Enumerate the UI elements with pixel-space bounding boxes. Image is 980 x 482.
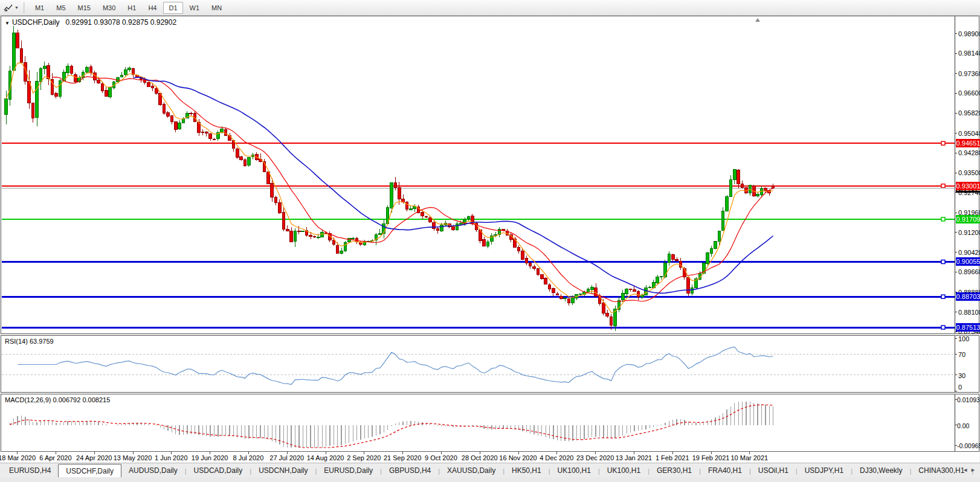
date-label: 9 Oct 2020: [425, 454, 457, 461]
price-axis-tick: 0.95820: [958, 109, 980, 117]
timeframe-button-M5[interactable]: M5: [51, 2, 71, 14]
date-label: 23 Dec 2020: [576, 454, 614, 461]
date-label: 18 Mar 2020: [0, 454, 36, 461]
rsi-axis-tick: 100: [958, 335, 980, 342]
price-chart-plot[interactable]: [1, 16, 979, 333]
date-label: 4 Dec 2020: [540, 454, 573, 461]
chart-tab-USDCHF-Daily[interactable]: USDCHF,Daily: [58, 464, 121, 478]
date-label: 1 Jun 2020: [155, 454, 187, 461]
timeframe-toolbar: ▼ M1M5M15M30H1H4D1W1MN: [0, 0, 980, 16]
date-label: 1 Feb 2021: [656, 454, 689, 461]
price-axis-tick: 0.96600: [958, 89, 980, 97]
chart-tab-EURUSD-H4[interactable]: EURUSD,H4: [2, 464, 58, 477]
date-label: 6 Apr 2020: [39, 454, 71, 461]
main-chart-panel: ▼USDCHF,Daily0.92991 0.93078 0.92875 0.9…: [1, 16, 979, 334]
date-label: 8 Jul 2020: [233, 454, 264, 461]
date-label: 19 Jun 2020: [192, 454, 228, 461]
candlestick-series: [5, 26, 775, 330]
chart-tab-GER30-H1[interactable]: GER30,H1: [650, 464, 699, 477]
tab-scroll-right-icon[interactable]: ►: [970, 467, 978, 473]
chart-symbol-label: USDCHF,Daily: [12, 18, 60, 27]
tab-scroll-arrows: ◄►: [962, 467, 978, 473]
rsi-axis-tick: 30: [958, 372, 980, 379]
date-label: 13 Jan 2021: [616, 454, 653, 461]
chart-tab-UK100-H1[interactable]: UK100,H1: [550, 464, 598, 477]
price-axis-tick: 0.90420: [958, 249, 980, 256]
level-price-label: 0.87513: [956, 323, 980, 332]
date-label: 24 Apr 2020: [76, 454, 112, 461]
price-axis-tick: 0.93500: [958, 169, 980, 176]
chart-cursor-icon[interactable]: [3, 3, 14, 13]
chart-tab-XAUUSD-Daily[interactable]: XAUUSD,Daily: [440, 464, 503, 477]
rsi-panel: RSI(14) 63.9759 10070300: [1, 335, 979, 393]
chart-tab-EURUSD-Daily[interactable]: EURUSD,Daily: [317, 464, 380, 477]
price-axis-tick: 0.97360: [958, 70, 980, 77]
chart-shift-marker[interactable]: [755, 18, 760, 22]
chart-tab-USDCNH-Daily[interactable]: USDCNH,Daily: [251, 464, 315, 477]
rsi-plot[interactable]: [1, 336, 979, 392]
time-axis: 18 Mar 20206 Apr 202024 Apr 202013 May 2…: [1, 452, 979, 463]
timeframe-button-H1[interactable]: H1: [122, 2, 141, 14]
chart-tabs: EURUSD,H4USDCHF,DailyAUDUSD,Daily|USDCAD…: [2, 463, 980, 477]
chart-tab-GBPUSD-H4[interactable]: GBPUSD,H4: [382, 464, 438, 477]
level-price-label: 0.94651: [956, 139, 980, 147]
price-axis-tick: 0.89660: [958, 268, 980, 275]
timeframe-button-M15[interactable]: M15: [73, 2, 96, 14]
level-price-label: 0.91709: [956, 215, 980, 223]
price-axis-tick: 0.98900: [958, 30, 980, 37]
macd-axis-tick: 0.010933: [957, 396, 980, 403]
timeframe-button-D1[interactable]: D1: [163, 2, 182, 14]
price-axis-tick: 0.91200: [958, 229, 980, 236]
date-label: 27 Jul 2020: [269, 454, 304, 461]
price-axis-tick: 0.98140: [958, 50, 980, 57]
price-axis-tick: 0.94280: [958, 149, 980, 156]
timeframe-button-W1[interactable]: W1: [184, 2, 205, 14]
level-price-label: 0.93001: [956, 182, 980, 190]
date-label: 19 Feb 2021: [692, 454, 730, 461]
date-label: 10 Mar 2021: [730, 454, 768, 461]
macd-signal-line: [10, 405, 773, 448]
date-label: 13 May 2020: [114, 454, 152, 461]
moving-average-ema5: [6, 63, 773, 313]
chart-tab-AUDUSD-Daily[interactable]: AUDUSD,Daily: [121, 464, 185, 477]
chart-tab-USOil-H1[interactable]: USOil,H1: [751, 464, 796, 477]
chart-ohlc-values: 0.92991 0.93078 0.92875 0.92902: [66, 18, 177, 27]
rsi-line: [18, 347, 773, 384]
tab-scroll-left-icon[interactable]: ◄: [962, 467, 970, 473]
level-price-label: 0.88703: [956, 292, 980, 301]
toolbar-grip[interactable]: [24, 2, 25, 13]
rsi-axis-tick: 0: [958, 384, 980, 391]
timeframe-button-H4[interactable]: H4: [143, 2, 162, 14]
macd-axis-tick: 0.00: [957, 422, 980, 429]
price-axis-tick: 0.95040: [958, 130, 980, 137]
window-bottom-strip: [0, 477, 980, 482]
rsi-axis-tick: 70: [958, 351, 980, 358]
chart-tab-bar: EURUSD,H4USDCHF,DailyAUDUSD,Daily|USDCAD…: [0, 463, 980, 477]
chart-tab-HK50-H1[interactable]: HK50,H1: [505, 464, 549, 477]
date-label: 2 Sep 2020: [347, 454, 381, 461]
chart-title-dropdown-arrow[interactable]: ▼: [5, 21, 10, 26]
macd-label: MACD(12,26,9) 0.006792 0.008215: [5, 396, 110, 403]
level-price-label: 0.90055: [956, 257, 980, 266]
macd-axis-tick: -0.009653: [957, 442, 980, 449]
rsi-label: RSI(14) 63.9759: [5, 338, 54, 345]
toolbar-dropdown-arrow[interactable]: ▼: [15, 5, 19, 10]
horizontal-level-lines: [2, 141, 955, 329]
chart-tab-USDJPY-H1[interactable]: USDJPY,H1: [798, 464, 851, 477]
macd-histogram: [10, 402, 773, 448]
date-label: 16 Nov 2020: [499, 454, 537, 461]
chart-tab-DJ30-Weekly[interactable]: DJ30,Weekly: [853, 464, 909, 477]
mt4-window: ▼ M1M5M15M30H1H4D1W1MN ▼USDCHF,Daily0.92…: [0, 0, 980, 482]
timeframe-button-MN[interactable]: MN: [206, 2, 227, 14]
chart-title: ▼USDCHF,Daily0.92991 0.93078 0.92875 0.9…: [5, 18, 176, 27]
chart-tab-UK100-H1[interactable]: UK100,H1: [600, 464, 648, 477]
date-label: 28 Oct 2020: [462, 454, 498, 461]
price-axis-tick: 0.88100: [958, 309, 980, 316]
macd-plot[interactable]: [1, 394, 979, 451]
timeframe-buttons: M1M5M15M30H1H4D1W1MN: [29, 2, 228, 14]
chart-tab-USDCAD-Daily[interactable]: USDCAD,Daily: [187, 464, 250, 477]
date-label: 21 Sep 2020: [384, 454, 421, 461]
timeframe-button-M30[interactable]: M30: [97, 2, 121, 14]
timeframe-button-M1[interactable]: M1: [30, 2, 50, 14]
chart-tab-FRA40-H1[interactable]: FRA40,H1: [701, 464, 749, 477]
